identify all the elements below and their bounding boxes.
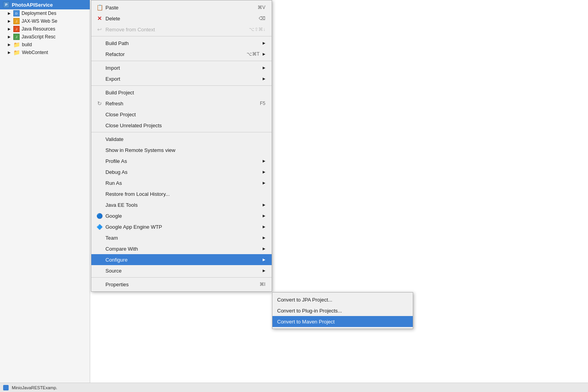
expand-arrow: ▶ [8, 51, 11, 54]
placeholder-icon [96, 89, 103, 96]
menu-item-label: Configure [105, 257, 260, 263]
menu-shortcut: ⌘I [260, 282, 265, 287]
configure-submenu: Convert to JPA Project... Convert to Plu… [272, 292, 413, 329]
menu-item-label: Source [105, 268, 260, 274]
menu-item-google[interactable]: 🔵 Google ▶ [91, 210, 272, 221]
menu-item-label: Build Path [105, 40, 260, 46]
menu-item-gae-wtp[interactable]: 🔷 Google App Engine WTP ▶ [91, 221, 272, 232]
gae-icon: 🔷 [96, 223, 103, 230]
delete-icon: ✕ [96, 15, 103, 22]
sidebar: P PhotoAPIService ▶ D Deployment Des ▶ J… [0, 0, 90, 392]
separator [91, 85, 272, 86]
menu-item-debug-as[interactable]: Debug As ▶ [91, 166, 272, 177]
placeholder-icon [96, 122, 103, 129]
sidebar-item-label: Deployment Des [22, 11, 56, 16]
sidebar-item-javascript[interactable]: ▶ J JavaScript Resc [0, 33, 90, 41]
menu-item-export[interactable]: Export ▶ [91, 73, 272, 84]
placeholder-icon [96, 40, 103, 47]
menu-item-label: Close Project [105, 112, 265, 117]
submenu-item-jpa[interactable]: Convert to JPA Project... [272, 294, 413, 305]
menu-item-remove-context[interactable]: ↩ Remove from Context ⌥⇧⌘↓ [91, 24, 272, 35]
placeholder-icon [96, 179, 103, 186]
context-menu: 📋 Paste ⌘V ✕ Delete ⌫ ↩ Remove from Cont… [91, 0, 272, 292]
menu-item-compare-with[interactable]: Compare With ▶ [91, 243, 272, 254]
menu-shortcut: F5 [260, 101, 265, 106]
menu-item-properties[interactable]: Properties ⌘I [91, 279, 272, 290]
project-name: PhotoAPIService [12, 2, 53, 8]
menu-item-close-unrelated[interactable]: Close Unrelated Projects [91, 120, 272, 131]
menu-shortcut: ⌥⌘T [247, 51, 260, 57]
sidebar-item-label: JAX-WS Web Se [22, 18, 57, 24]
submenu-arrow: ▶ [263, 41, 265, 45]
separator [91, 277, 272, 278]
menu-item-java-ee-tools[interactable]: Java EE Tools ▶ [91, 199, 272, 210]
placeholder-icon [96, 75, 103, 82]
sidebar-item-deployment[interactable]: ▶ D Deployment Des [0, 9, 90, 17]
placeholder-icon [96, 135, 103, 143]
menu-item-source[interactable]: Source ▶ [91, 265, 272, 276]
menu-item-delete[interactable]: ✕ Delete ⌫ [91, 13, 272, 24]
placeholder-icon [96, 111, 103, 118]
placeholder-icon [96, 267, 103, 274]
expand-arrow: ▶ [8, 35, 11, 39]
submenu-item-plugin[interactable]: Convert to Plug-in Projects... [272, 305, 413, 316]
submenu-arrow: ▶ [263, 214, 265, 218]
submenu-item-maven[interactable]: Convert to Maven Project [272, 316, 413, 327]
menu-shortcut: ⌘V [258, 5, 265, 10]
refresh-icon: ↻ [96, 100, 103, 107]
placeholder-icon [96, 234, 103, 241]
menu-item-restore-history[interactable]: Restore from Local History... [91, 188, 272, 199]
placeholder-icon [96, 201, 103, 208]
js-icon: J [13, 34, 20, 40]
menu-item-close-project[interactable]: Close Project [91, 109, 272, 120]
menu-item-label: Import [105, 65, 260, 71]
menu-item-show-remote[interactable]: Show in Remote Systems view [91, 145, 272, 155]
menu-item-label: Properties [105, 282, 252, 287]
menu-item-import[interactable]: Import ▶ [91, 62, 272, 73]
submenu-arrow: ▶ [263, 159, 265, 163]
expand-arrow: ▶ [8, 19, 11, 23]
placeholder-icon [96, 168, 103, 175]
menu-shortcut: ⌥⇧⌘↓ [249, 27, 265, 32]
menu-item-configure[interactable]: Configure ▶ [91, 254, 272, 265]
menu-item-label: Refactor [105, 51, 239, 57]
paste-icon: 📋 [96, 4, 103, 11]
status-bar: MinioJavaRESTExamp. [0, 383, 588, 392]
sidebar-item-label: WebContent [22, 50, 48, 55]
placeholder-icon [96, 157, 103, 164]
menu-item-label: Show in Remote Systems view [105, 147, 265, 153]
menu-item-team[interactable]: Team ▶ [91, 232, 272, 243]
placeholder-icon [96, 51, 103, 58]
menu-item-refactor[interactable]: Refactor ⌥⌘T ▶ [91, 49, 272, 60]
sidebar-item-webcontent[interactable]: ▶ 📁 WebContent [0, 49, 90, 56]
menu-item-run-as[interactable]: Run As ▶ [91, 177, 272, 188]
placeholder-icon [96, 146, 103, 154]
menu-item-build-project[interactable]: Build Project [91, 87, 272, 98]
menu-item-refresh[interactable]: ↻ Refresh F5 [91, 98, 272, 109]
placeholder-icon [96, 64, 103, 71]
google-icon: 🔵 [96, 212, 103, 219]
submenu-arrow: ▶ [263, 77, 265, 81]
separator [91, 36, 272, 36]
sidebar-item-label: build [22, 42, 32, 47]
submenu-arrow: ▶ [263, 258, 265, 262]
menu-item-paste[interactable]: 📋 Paste ⌘V [91, 2, 272, 13]
sidebar-item-label: JavaScript Resc [22, 34, 56, 40]
menu-item-validate[interactable]: Validate [91, 134, 272, 145]
folder-icon: 📁 [13, 49, 20, 56]
sidebar-item-build[interactable]: ▶ 📁 build [0, 41, 90, 49]
menu-item-label: Delete [105, 16, 251, 22]
submenu-arrow: ▶ [263, 236, 265, 240]
sidebar-item-jaxws[interactable]: ▶ J JAX-WS Web Se [0, 17, 90, 25]
sidebar-item-java-resources[interactable]: ▶ J Java Resources [0, 25, 90, 33]
placeholder-icon [96, 281, 103, 288]
jaxws-icon: J [13, 18, 20, 24]
deployment-icon: D [13, 10, 20, 16]
submenu-arrow: ▶ [263, 203, 265, 207]
menu-item-profile-as[interactable]: Profile As ▶ [91, 155, 272, 166]
menu-item-build-path[interactable]: Build Path ▶ [91, 38, 272, 49]
menu-item-label: Team [105, 235, 260, 241]
status-icon [3, 385, 9, 390]
menu-item-label: Paste [105, 5, 250, 11]
placeholder-icon [96, 245, 103, 252]
